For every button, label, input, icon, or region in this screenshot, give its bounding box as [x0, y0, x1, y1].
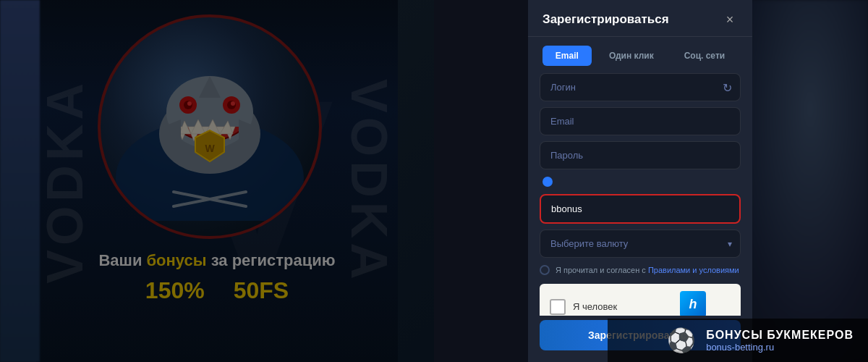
captcha-checkbox[interactable] [550, 299, 566, 315]
email-input[interactable] [540, 107, 741, 135]
agreement-checkbox[interactable] [540, 265, 550, 275]
email-field-wrapper [540, 107, 741, 135]
tab-oneclick[interactable]: Один клик [596, 46, 667, 66]
branding-bar: ⚽ БОНУСЫ БУКМЕКЕРОВ bonus-betting.ru [608, 319, 868, 362]
promo-input[interactable] [540, 194, 741, 224]
slider-row [540, 175, 741, 188]
captcha-box[interactable]: Я человек h Конфиденциальность · Условия [540, 284, 741, 316]
login-input[interactable] [540, 73, 741, 101]
agreement-label: Я прочитал и согласен с Правилами и усло… [556, 266, 739, 274]
tab-email[interactable]: Email [542, 46, 592, 66]
captcha-brand-icon: h [680, 291, 706, 316]
tab-social[interactable]: Соц. сети [671, 46, 738, 66]
branding-title: БОНУСЫ БУКМЕКЕРОВ [706, 329, 854, 342]
agreement-row: Я прочитал и согласен с Правилами и усло… [540, 264, 741, 277]
password-input[interactable] [540, 141, 741, 169]
close-button[interactable]: × [722, 12, 738, 28]
captcha-logo: h Конфиденциальность · Условия [655, 291, 731, 316]
password-field-wrapper [540, 141, 741, 169]
captcha-label: Я человек [573, 301, 655, 312]
promo-field-wrapper [540, 194, 741, 224]
currency-select-wrapper: Выберите валюту RUB USD EUR ▾ [540, 230, 741, 258]
tab-row: Email Один клик Соц. сети [528, 37, 752, 73]
slider-dot [542, 177, 553, 187]
branding-url: bonus-betting.ru [706, 342, 854, 353]
form-body: ↻ Выберите валюту RUB USD EUR ▾ [528, 73, 752, 316]
login-field-wrapper: ↻ [540, 73, 741, 101]
refresh-icon: ↻ [723, 80, 732, 94]
branding-text-block: БОНУСЫ БУКМЕКЕРОВ bonus-betting.ru [706, 329, 854, 353]
modal-header: Зарегистрироваться × [528, 0, 752, 37]
modal-title: Зарегистрироваться [542, 12, 669, 27]
currency-select[interactable]: Выберите валюту RUB USD EUR [540, 230, 741, 258]
left-edge-panel [0, 0, 40, 362]
terms-link[interactable]: Правилами и условиями [648, 266, 739, 274]
registration-modal: Зарегистрироваться × Email Один клик Соц… [528, 0, 752, 362]
soccer-ball-icon: ⚽ [667, 327, 696, 354]
